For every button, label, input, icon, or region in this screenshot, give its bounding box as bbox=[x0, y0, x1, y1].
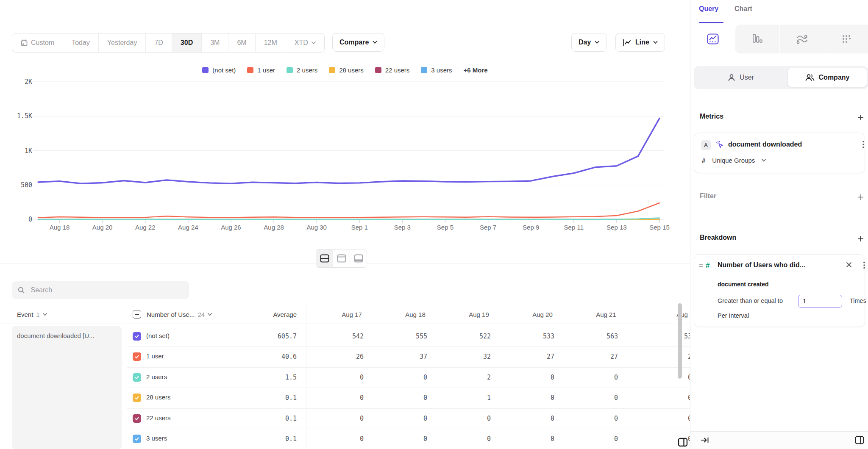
table-row[interactable]: 2 users1.5002000 bbox=[127, 367, 690, 388]
row-value: 53 bbox=[654, 333, 690, 340]
row-average: 605.7 bbox=[259, 333, 297, 340]
row-value: 0 bbox=[326, 415, 364, 422]
row-value: 0 bbox=[580, 394, 618, 402]
row-value: 0 bbox=[516, 435, 554, 443]
row-average: 0.1 bbox=[259, 435, 297, 443]
add-metric-button[interactable] bbox=[856, 113, 865, 122]
search-box bbox=[12, 281, 189, 299]
main-content: CustomTodayYesterday7D30D3M6M12MXTD Comp… bbox=[0, 0, 690, 449]
x-axis-label: Sep 5 bbox=[428, 224, 462, 231]
panel-layout-button[interactable] bbox=[855, 436, 864, 446]
row-label: 3 users bbox=[146, 435, 167, 442]
layout-split-button[interactable] bbox=[316, 249, 333, 267]
table-row[interactable]: 22 users0.1000000 bbox=[127, 408, 690, 429]
row-value: 0 bbox=[389, 374, 427, 381]
breakdown-heading: Breakdown bbox=[700, 234, 736, 241]
breakdown-condition-label: Greater than or equal to bbox=[718, 297, 783, 304]
metric-letter-badge: A bbox=[701, 140, 711, 150]
tab-chart[interactable]: Chart bbox=[734, 5, 752, 13]
breakdown-menu-button[interactable] bbox=[860, 261, 868, 269]
row-checkbox[interactable] bbox=[133, 332, 141, 341]
x-axis-label: Aug 20 bbox=[86, 224, 120, 231]
table-row[interactable]: (not set)605.754255552253356353 bbox=[127, 326, 690, 347]
kebab-icon bbox=[862, 141, 864, 148]
table-row[interactable]: 28 users0.1001000 bbox=[127, 388, 690, 408]
row-value: 563 bbox=[580, 333, 618, 340]
row-value: 0 bbox=[453, 435, 491, 443]
y-axis-label: 1.5K bbox=[8, 112, 32, 120]
row-value: 0 bbox=[389, 415, 427, 422]
measure-dropdown[interactable]: # Unique Groups bbox=[702, 157, 766, 164]
measure-label: Unique Groups bbox=[712, 157, 755, 164]
split-horizontal-icon bbox=[320, 254, 329, 263]
expand-panel-button[interactable] bbox=[678, 438, 688, 449]
row-value: 0 bbox=[389, 394, 427, 402]
plus-icon bbox=[857, 236, 864, 242]
collapse-panel-button[interactable] bbox=[701, 436, 709, 446]
plus-icon bbox=[857, 194, 864, 200]
row-value: 0 bbox=[580, 415, 618, 422]
row-average: 40.6 bbox=[259, 353, 297, 360]
scope-company-option[interactable]: Company bbox=[788, 68, 867, 87]
panel-bottom-bar bbox=[690, 431, 868, 449]
x-axis-label: Aug 24 bbox=[171, 224, 205, 231]
row-label: 28 users bbox=[146, 394, 171, 401]
row-value: 533 bbox=[516, 333, 554, 340]
row-checkbox[interactable] bbox=[133, 414, 141, 423]
chart-canvas bbox=[0, 0, 690, 237]
scope-user-option[interactable]: User bbox=[694, 66, 788, 89]
row-checkbox[interactable] bbox=[133, 435, 141, 443]
table-row[interactable]: 1 user40.626373227272 bbox=[127, 346, 690, 367]
numeric-property-icon: # bbox=[706, 261, 709, 270]
row-label: 1 user bbox=[146, 352, 164, 360]
charttype-grid-tab[interactable] bbox=[824, 25, 868, 53]
select-all-checkbox[interactable] bbox=[133, 310, 141, 319]
table-row[interactable]: 3 users0.1000000 bbox=[127, 429, 690, 449]
layout-table-only-button[interactable] bbox=[350, 249, 367, 267]
check-icon bbox=[134, 375, 139, 380]
series-column-header[interactable]: Number of Use... 24 bbox=[147, 311, 212, 318]
row-value: 2 bbox=[453, 374, 491, 381]
date-column-header: Aug 20 bbox=[519, 311, 566, 318]
breakdown-card[interactable]: # Number of Users who did... document cr… bbox=[694, 254, 865, 327]
row-value: 542 bbox=[326, 333, 364, 340]
breakdown-per-interval-label: Per Interval bbox=[718, 312, 749, 319]
row-average: 0.1 bbox=[259, 415, 297, 422]
row-checkbox[interactable] bbox=[133, 352, 141, 361]
row-value: 2 bbox=[654, 353, 690, 360]
event-column-header[interactable]: Event 1 bbox=[17, 311, 47, 318]
charttype-line-tab[interactable] bbox=[690, 25, 735, 53]
metric-menu-button[interactable] bbox=[860, 140, 867, 149]
bottom-panel-icon bbox=[354, 254, 363, 263]
row-average: 0.1 bbox=[259, 394, 297, 402]
remove-breakdown-button[interactable] bbox=[846, 262, 852, 269]
chevron-down-icon bbox=[43, 313, 47, 316]
panel-right-icon bbox=[855, 436, 864, 444]
add-breakdown-button[interactable] bbox=[856, 234, 865, 243]
check-icon bbox=[134, 334, 139, 339]
breakdown-title: Number of Users who did... bbox=[718, 261, 805, 269]
row-checkbox[interactable] bbox=[133, 373, 141, 382]
row-value: 27 bbox=[580, 353, 618, 360]
breakdown-threshold-input[interactable] bbox=[798, 295, 842, 308]
drag-handle-icon[interactable] bbox=[698, 263, 704, 268]
charttype-flow-tab[interactable] bbox=[780, 25, 824, 53]
table-scrollbar[interactable] bbox=[678, 303, 682, 379]
company-icon bbox=[805, 74, 815, 81]
search-input[interactable] bbox=[30, 286, 184, 294]
metrics-heading: Metrics bbox=[700, 113, 723, 120]
tab-query[interactable]: Query bbox=[699, 5, 718, 13]
row-value: 27 bbox=[516, 353, 554, 360]
event-cursor-icon bbox=[715, 140, 725, 150]
metric-card[interactable]: A document downloaded # Unique Groups bbox=[694, 133, 865, 173]
row-checkbox[interactable] bbox=[133, 394, 141, 402]
event-count: 1 bbox=[36, 311, 39, 318]
arrow-to-bar-icon bbox=[701, 436, 709, 444]
y-axis-label: 0 bbox=[8, 216, 32, 223]
add-filter-button[interactable] bbox=[856, 192, 865, 202]
check-icon bbox=[134, 436, 139, 441]
charttype-bar-tab[interactable] bbox=[735, 25, 779, 53]
company-option-label: Company bbox=[819, 74, 850, 81]
layout-chart-only-button[interactable] bbox=[333, 249, 350, 267]
event-row-document-downloaded[interactable]: document downloaded [U... bbox=[12, 326, 122, 449]
